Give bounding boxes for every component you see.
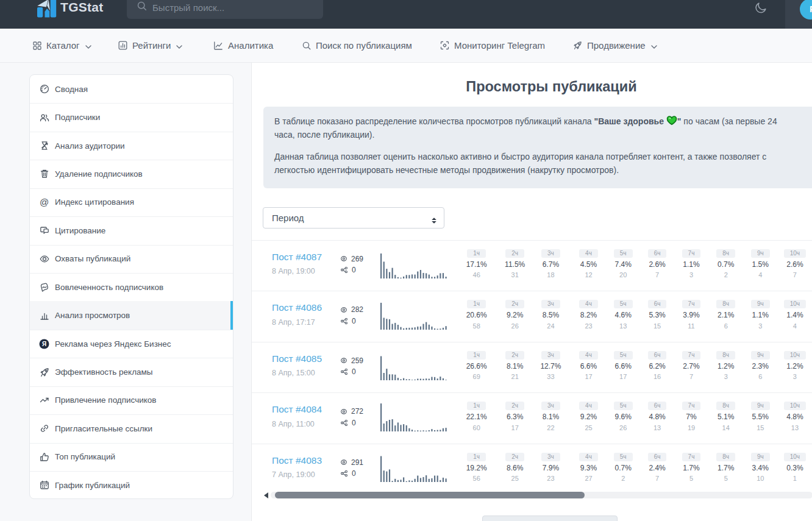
svg-text:Я: Я — [42, 341, 46, 347]
